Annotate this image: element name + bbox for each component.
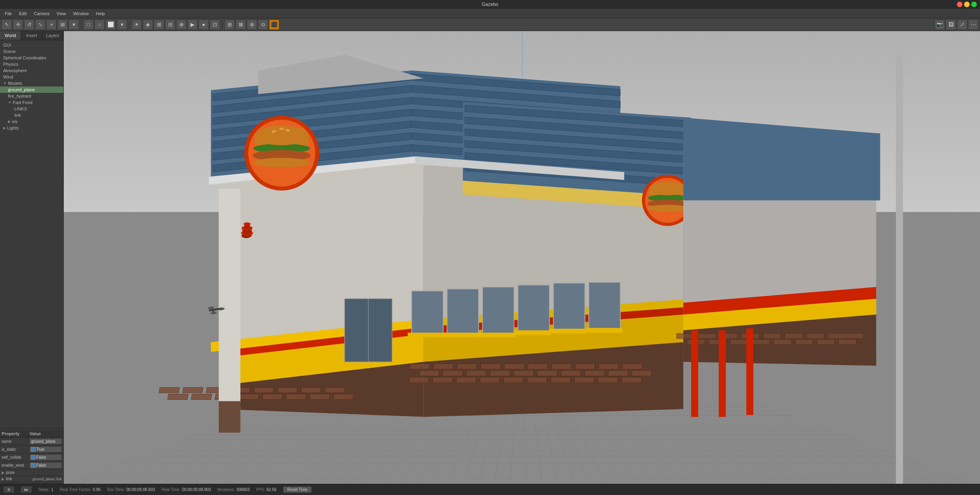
tool-move[interactable]: ✛ xyxy=(13,20,23,30)
menu-window[interactable]: Window xyxy=(70,10,92,17)
tree-lights[interactable]: ▶ Lights xyxy=(0,125,63,131)
tool-scale[interactable]: ⤡ xyxy=(35,20,45,30)
svg-rect-11 xyxy=(300,387,321,393)
window-controls[interactable] xyxy=(957,2,977,7)
tool-expand[interactable]: ⤢ xyxy=(957,20,967,30)
tool-view1[interactable]: ⊞ xyxy=(224,20,235,30)
rtf-label: Real Time Factor: xyxy=(60,487,91,492)
tool-view3[interactable]: ⊛ xyxy=(247,20,257,30)
reset-time-button[interactable]: Reset Time xyxy=(283,486,312,493)
prop-link-value: ground_plane::link xyxy=(32,477,62,481)
tool-light[interactable]: ☀ xyxy=(132,20,142,30)
tool-box[interactable]: □ xyxy=(83,20,94,30)
svg-rect-51 xyxy=(622,377,642,383)
svg-rect-34 xyxy=(466,371,486,376)
tool-view4[interactable]: ⊙ xyxy=(258,20,268,30)
tool-more1[interactable]: ▾ xyxy=(69,20,79,30)
tree-atmosphere[interactable]: Atmosphere xyxy=(0,67,63,74)
svg-rect-10 xyxy=(277,387,298,393)
close-button[interactable] xyxy=(957,2,962,7)
tool-play[interactable]: ▶ xyxy=(187,20,198,30)
prop-selfcollide-row: self_collide False xyxy=(0,454,63,462)
prop-link-row[interactable]: ▶ link ground_plane::link xyxy=(0,476,63,482)
prop-name-row: name ground_plane xyxy=(0,438,63,446)
tree-iris[interactable]: ▶ iris xyxy=(0,118,63,125)
expand-lights-icon: ▶ xyxy=(3,126,6,130)
tool-view2[interactable]: ⊠ xyxy=(236,20,246,30)
iterations-label: Iterations: xyxy=(217,487,235,492)
minimize-button[interactable] xyxy=(964,2,970,7)
tree-spherical-coordinates[interactable]: Spherical Coordinates xyxy=(0,55,63,61)
tree-links[interactable]: LINKS xyxy=(0,106,63,112)
tab-insert[interactable]: Insert xyxy=(21,31,42,40)
prop-name-value[interactable]: ground_plane xyxy=(29,438,62,444)
tool-record[interactable]: ● xyxy=(198,20,209,30)
tool-select[interactable]: ↖ xyxy=(2,20,12,30)
tree-ground-plane[interactable]: ground_plane xyxy=(0,86,63,93)
tree-fire-hydrant[interactable]: fire_hydrant xyxy=(0,93,63,99)
step-button[interactable]: ⏭ xyxy=(21,486,32,493)
svg-rect-69 xyxy=(514,330,552,335)
tab-world[interactable]: World xyxy=(0,31,21,40)
menu-camera[interactable]: Camera xyxy=(31,10,53,17)
tool-more-right[interactable]: ⋯ xyxy=(968,20,978,30)
fps-label: FPS: xyxy=(256,487,265,492)
svg-rect-45 xyxy=(480,377,500,383)
tool-orange[interactable]: ⬛ xyxy=(269,20,279,30)
tool-more4[interactable]: ⊡ xyxy=(210,20,220,30)
menu-help[interactable]: Help xyxy=(93,10,108,17)
svg-rect-59 xyxy=(219,401,240,433)
tree-fast-food[interactable]: ▼ Fast Food xyxy=(0,99,63,106)
tool-material[interactable]: ◈ xyxy=(143,20,153,30)
svg-rect-6 xyxy=(183,387,203,393)
tool-screenshot[interactable]: 🖼 xyxy=(946,20,956,30)
tool-align[interactable]: ⊞ xyxy=(57,20,68,30)
svg-rect-63 xyxy=(518,285,550,332)
sep2 xyxy=(129,21,130,29)
tool-grid[interactable]: ⊟ xyxy=(165,20,175,30)
tree-scene[interactable]: Scene xyxy=(0,48,63,55)
tree-link[interactable]: link xyxy=(0,112,63,118)
window-title: Gazebo xyxy=(481,2,498,7)
svg-rect-22 xyxy=(410,364,430,369)
pause-button[interactable]: ⏸ xyxy=(3,486,14,493)
menu-file[interactable]: File xyxy=(2,10,15,17)
menu-view[interactable]: View xyxy=(53,10,69,17)
property-header: Property Value xyxy=(0,430,63,438)
tool-more3[interactable]: ⊞ xyxy=(154,20,164,30)
rtf-item: Real Time Factor: 0.95 xyxy=(60,487,100,492)
tool-more2[interactable]: ▾ xyxy=(117,20,127,30)
menu-edit[interactable]: Edit xyxy=(16,10,30,17)
fps-value: 62.56 xyxy=(267,487,277,492)
prop-link-label: link xyxy=(6,477,32,481)
scene-3d xyxy=(64,31,980,484)
simtime-label: Sim Time: xyxy=(107,487,124,492)
svg-rect-16 xyxy=(238,394,259,400)
self-collide-checkbox[interactable] xyxy=(31,455,35,460)
svg-marker-122 xyxy=(683,118,880,200)
svg-rect-120 xyxy=(896,55,903,484)
tool-cylinder[interactable]: ⬜ xyxy=(106,20,116,30)
tree-models[interactable]: ▼ Models xyxy=(0,80,63,86)
value-col-header: Value xyxy=(29,431,62,436)
tool-snap[interactable]: ⌖ xyxy=(46,20,57,30)
tab-layers[interactable]: Layers xyxy=(42,31,63,40)
tree-wind[interactable]: Wind xyxy=(0,74,63,80)
is-static-checkbox[interactable] xyxy=(31,447,35,452)
svg-rect-130 xyxy=(763,334,781,339)
maximize-button[interactable] xyxy=(971,2,977,7)
tool-axes[interactable]: ⊕ xyxy=(176,20,187,30)
status-bar: ⏸ ⏭ Steps: 1 Real Time Factor: 0.95 Sim … xyxy=(0,484,980,495)
viewport[interactable] xyxy=(64,31,980,484)
svg-rect-20 xyxy=(333,394,354,400)
tree-physics[interactable]: Physics xyxy=(0,61,63,67)
tool-camera-right[interactable]: 📷 xyxy=(935,20,945,30)
sep3 xyxy=(222,21,222,29)
tool-rotate[interactable]: ↺ xyxy=(24,20,34,30)
enable-wind-checkbox[interactable] xyxy=(31,463,35,468)
menu-bar: File Edit Camera View Window Help xyxy=(0,9,980,18)
tool-sphere[interactable]: ○ xyxy=(94,20,105,30)
prop-pose-row[interactable]: ▶ pose xyxy=(0,469,63,476)
svg-rect-144 xyxy=(719,330,726,417)
tree-gui[interactable]: GUI xyxy=(0,42,63,48)
